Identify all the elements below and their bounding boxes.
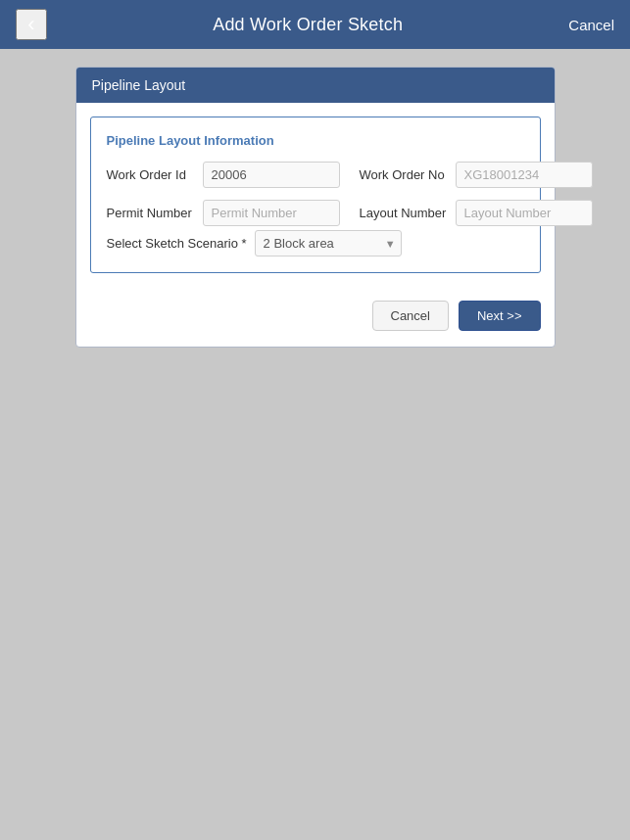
work-order-no-row: Work Order No — [360, 162, 593, 188]
layout-number-label: Layout Number — [360, 206, 448, 220]
select-sketch-row: Select Sketch Scenario * 2 Block area 3 … — [107, 230, 524, 257]
permit-number-input[interactable] — [203, 200, 340, 226]
select-sketch-label: Select Sketch Scenario * — [107, 236, 247, 251]
pipeline-layout-card: Pipeline Layout Pipeline Layout Informat… — [75, 67, 556, 348]
card-header: Pipeline Layout — [76, 68, 555, 103]
page-title: Add Work Order Sketch — [213, 15, 403, 35]
work-order-id-label: Work Order Id — [107, 167, 195, 182]
content-area: Pipeline Layout Pipeline Layout Informat… — [0, 49, 630, 840]
work-order-id-input[interactable] — [203, 162, 340, 188]
next-button[interactable]: Next >> — [459, 301, 541, 331]
select-sketch-wrapper: 2 Block area 3 Block area 4 Block area ▼ — [255, 230, 402, 257]
work-order-id-row: Work Order Id — [107, 162, 340, 188]
form-section-title: Pipeline Layout Information — [107, 133, 524, 148]
form-grid: Work Order Id Work Order No Permit Numbe… — [107, 162, 524, 226]
permit-number-label: Permit Number — [107, 206, 195, 220]
select-sketch-dropdown[interactable]: 2 Block area 3 Block area 4 Block area — [255, 230, 402, 257]
form-section: Pipeline Layout Information Work Order I… — [90, 117, 541, 273]
nav-bar: ‹ Add Work Order Sketch Cancel — [0, 0, 630, 49]
nav-cancel-button[interactable]: Cancel — [568, 17, 614, 33]
layout-number-input[interactable] — [456, 200, 593, 226]
card-header-title: Pipeline Layout — [92, 77, 186, 93]
permit-number-row: Permit Number — [107, 200, 340, 226]
cancel-button[interactable]: Cancel — [372, 301, 449, 331]
work-order-no-label: Work Order No — [360, 167, 448, 182]
actions-row: Cancel Next >> — [76, 287, 555, 347]
layout-number-row: Layout Number — [360, 200, 593, 226]
back-button[interactable]: ‹ — [16, 9, 47, 40]
work-order-no-input[interactable] — [456, 162, 593, 188]
